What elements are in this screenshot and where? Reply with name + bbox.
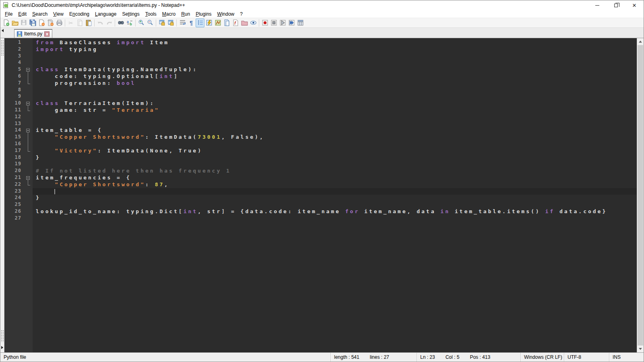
- code-line-5[interactable]: class ItemData(typing.NamedTuple):: [33, 66, 637, 73]
- scroll-down-icon[interactable]: [637, 346, 644, 352]
- code-line-23[interactable]: [33, 188, 637, 195]
- macro-stop-icon[interactable]: [269, 19, 278, 27]
- code-line-22[interactable]: "Copper Shortsword": 87,: [33, 181, 637, 188]
- document-list-icon[interactable]: [222, 19, 231, 27]
- status-encoding[interactable]: UTF-8: [564, 353, 609, 362]
- fold-cell: [25, 215, 33, 222]
- tab-scroll-left-icon[interactable]: [0, 28, 4, 38]
- macro-run-multiple-icon[interactable]: [287, 19, 296, 27]
- dock-arrow-icon[interactable]: [1, 346, 3, 349]
- scrollbar-thumb[interactable]: [638, 45, 643, 346]
- dock-splitter[interactable]: [0, 38, 4, 352]
- menu-edit[interactable]: Edit: [15, 10, 29, 18]
- code-line-17[interactable]: "Victory": ItemData(None, True): [33, 148, 637, 154]
- find-icon[interactable]: [116, 19, 125, 27]
- new-file-icon[interactable]: [2, 19, 10, 27]
- code-line-13[interactable]: [33, 121, 637, 128]
- scroll-up-icon[interactable]: [637, 38, 644, 45]
- menu-search[interactable]: Search: [29, 10, 50, 18]
- document-map-icon[interactable]: [213, 19, 222, 27]
- code-line-21[interactable]: item_frequencies = {: [33, 175, 637, 181]
- code-line-20[interactable]: # If not listed here then has frequency …: [33, 168, 637, 175]
- code-line-19[interactable]: [33, 161, 637, 168]
- sync-vertical-icon[interactable]: [157, 19, 166, 27]
- code-line-6[interactable]: code: typing.Optional[int]: [33, 73, 637, 80]
- code-line-12[interactable]: [33, 114, 637, 121]
- zoom-out-icon[interactable]: −: [146, 19, 155, 27]
- macro-record-icon[interactable]: [260, 19, 269, 27]
- macro-play-icon[interactable]: [278, 19, 287, 27]
- macro-save-icon[interactable]: [296, 19, 305, 27]
- restore-button[interactable]: [607, 0, 625, 10]
- zoom-in-icon[interactable]: +: [137, 19, 146, 27]
- menu-run[interactable]: Run: [178, 10, 193, 18]
- vertical-scrollbar[interactable]: [637, 38, 644, 352]
- code-line-3[interactable]: [33, 53, 637, 60]
- code-line-15[interactable]: "Copper Shortsword": ItemData(73001, Fal…: [33, 134, 637, 141]
- menu-window[interactable]: Window: [215, 10, 237, 18]
- function-list-icon[interactable]: f: [231, 19, 240, 27]
- menu-encoding[interactable]: Encoding: [66, 10, 92, 18]
- code-line-10[interactable]: class TerrariaItem(Item):: [33, 100, 637, 107]
- menu-tools[interactable]: Tools: [142, 10, 159, 18]
- fold-marker-start[interactable]: [25, 127, 33, 134]
- paste-icon[interactable]: [84, 19, 93, 27]
- line-number: 14: [4, 127, 25, 134]
- code-line-1[interactable]: from BaseClasses import Item: [33, 39, 637, 46]
- menu-plugins[interactable]: Plugins: [193, 10, 214, 18]
- code-line-18[interactable]: }: [33, 154, 637, 161]
- redo-icon[interactable]: [105, 19, 114, 27]
- close-button[interactable]: ✕: [625, 0, 644, 10]
- undo-icon[interactable]: [96, 19, 105, 27]
- replace-icon[interactable]: ab: [125, 19, 134, 27]
- svg-text:a: a: [127, 20, 129, 24]
- code-line-7[interactable]: progression: bool: [33, 80, 637, 87]
- indent-guide-icon[interactable]: [196, 19, 204, 27]
- status-insert-mode[interactable]: INS: [609, 353, 644, 362]
- status-eol-format[interactable]: Windows (CR LF): [520, 353, 564, 362]
- code-line-26[interactable]: lookup_id_to_name: typing.Dict[int, str]…: [33, 208, 637, 215]
- cut-icon[interactable]: ✂: [66, 19, 75, 27]
- menu-view[interactable]: View: [50, 10, 66, 18]
- code-line-2[interactable]: import typing: [33, 46, 637, 53]
- code-line-9[interactable]: [33, 93, 637, 100]
- folder-workspace-icon[interactable]: [240, 19, 249, 27]
- menu-help[interactable]: ?: [237, 10, 246, 18]
- sync-horizontal-icon[interactable]: [166, 19, 175, 27]
- svg-text:−: −: [148, 20, 150, 24]
- fold-marker-start[interactable]: [25, 175, 33, 181]
- show-all-characters-icon[interactable]: ¶: [187, 19, 196, 27]
- close-file-icon[interactable]: [37, 19, 46, 27]
- save-all-icon[interactable]: [28, 19, 37, 27]
- menu-settings[interactable]: Settings: [119, 10, 142, 18]
- fold-marker-start[interactable]: [25, 100, 33, 107]
- tab-close-icon[interactable]: x: [44, 31, 50, 37]
- minimize-button[interactable]: [588, 0, 607, 10]
- app-icon: [3, 2, 9, 8]
- menu-language[interactable]: Language: [92, 10, 119, 18]
- code-editor[interactable]: 1234567891011121314151617181920212223242…: [4, 38, 644, 352]
- code-line-25[interactable]: [33, 202, 637, 208]
- save-file-icon[interactable]: [19, 19, 28, 27]
- code-line-11[interactable]: game: str = "Terraria": [33, 107, 637, 114]
- code-line-4[interactable]: [33, 60, 637, 66]
- code-line-27[interactable]: [33, 215, 637, 222]
- code-line-24[interactable]: }: [33, 195, 637, 202]
- tab-items-py[interactable]: Items.py x: [14, 29, 52, 38]
- print-icon[interactable]: [55, 19, 64, 27]
- open-file-icon[interactable]: [10, 19, 19, 27]
- code-text-area[interactable]: from BaseClasses import Itemimport typin…: [33, 38, 637, 352]
- word-wrap-icon[interactable]: [178, 19, 187, 27]
- monitoring-icon[interactable]: [249, 19, 258, 27]
- run-lightning-icon[interactable]: [204, 19, 213, 27]
- fold-marker-start[interactable]: [25, 66, 33, 73]
- close-all-icon[interactable]: [46, 19, 55, 27]
- code-line-14[interactable]: item_table = {: [33, 127, 637, 134]
- menu-file[interactable]: File: [2, 10, 15, 18]
- code-line-8[interactable]: [33, 87, 637, 94]
- code-line-16[interactable]: [33, 141, 637, 148]
- copy-icon[interactable]: [75, 19, 84, 27]
- line-number: 16: [4, 141, 25, 148]
- menu-macro[interactable]: Macro: [159, 10, 178, 18]
- fold-margin[interactable]: [25, 38, 33, 352]
